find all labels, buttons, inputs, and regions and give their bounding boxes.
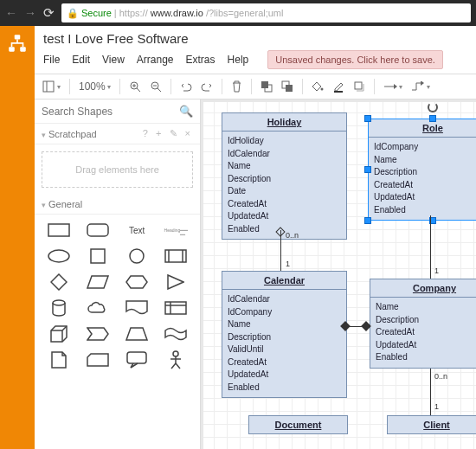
menu-edit[interactable]: Edit bbox=[72, 54, 90, 66]
lock-icon: 🔒 bbox=[67, 8, 79, 19]
browser-chrome: ← → ⟳ 🔒 Secure | https://www.draw.io/?li… bbox=[0, 0, 476, 26]
menu-help[interactable]: Help bbox=[228, 54, 249, 66]
svg-rect-18 bbox=[355, 82, 362, 89]
shape-note[interactable] bbox=[42, 350, 75, 370]
resize-handle[interactable] bbox=[364, 115, 371, 122]
save-warning[interactable]: Unsaved changes. Click here to save. bbox=[267, 50, 443, 69]
connector[interactable] bbox=[430, 215, 431, 279]
search-icon[interactable]: 🔍 bbox=[179, 105, 193, 118]
shape-square[interactable] bbox=[80, 246, 114, 266]
shape-heading[interactable]: Heading━━━━━ bbox=[159, 220, 193, 241]
uml-role[interactable]: Role IdCompanyNameDescriptionCreatedAtUp… bbox=[368, 119, 476, 221]
delete-icon[interactable] bbox=[231, 80, 242, 93]
shape-cylinder[interactable] bbox=[42, 298, 75, 318]
shape-triangle[interactable] bbox=[159, 272, 193, 292]
menu-file[interactable]: File bbox=[43, 54, 60, 66]
shape-rounded[interactable] bbox=[80, 220, 114, 241]
scratchpad-tools[interactable]: ? + ✎ × bbox=[143, 128, 193, 139]
general-label[interactable]: General bbox=[48, 199, 82, 209]
shape-document[interactable] bbox=[120, 298, 154, 318]
menu-extras[interactable]: Extras bbox=[186, 54, 215, 66]
reload-icon[interactable]: ⟳ bbox=[43, 5, 55, 21]
svg-line-37 bbox=[176, 363, 180, 369]
waypoint-icon[interactable]: ▾ bbox=[411, 81, 430, 92]
back-icon[interactable]: ← bbox=[5, 6, 17, 20]
svg-rect-29 bbox=[165, 302, 186, 314]
resize-handle[interactable] bbox=[364, 217, 371, 224]
shape-tape[interactable] bbox=[159, 324, 193, 344]
shape-actor[interactable] bbox=[159, 350, 193, 370]
shape-trapezoid[interactable] bbox=[120, 324, 154, 344]
svg-point-24 bbox=[130, 249, 144, 263]
uml-holiday-attrs: IdHolidayIdCalendarNameDescriptionDateCr… bbox=[222, 131, 346, 239]
zoom-level[interactable]: 100% ▾ bbox=[79, 80, 111, 93]
shape-diamond[interactable] bbox=[42, 272, 75, 292]
svg-line-10 bbox=[158, 88, 161, 92]
resize-handle[interactable] bbox=[364, 166, 371, 173]
redo-icon[interactable] bbox=[201, 80, 213, 93]
shape-cube[interactable] bbox=[42, 324, 75, 344]
toolbar: ▾ 100% ▾ ▾ ▾ bbox=[35, 74, 476, 99]
resize-handle[interactable] bbox=[429, 115, 436, 122]
url-path: /?libs=general;uml bbox=[206, 8, 284, 18]
sidebar-toggle[interactable]: ▾ bbox=[42, 80, 61, 93]
uml-holiday[interactable]: Holiday IdHolidayIdCalendarNameDescripti… bbox=[222, 112, 347, 240]
uml-role-attrs: IdCompanyNameDescriptionCreatedAtUpdated… bbox=[369, 138, 476, 220]
to-front-icon[interactable] bbox=[261, 80, 273, 93]
svg-rect-2 bbox=[20, 47, 26, 51]
shape-hexagon[interactable] bbox=[120, 272, 154, 292]
search-input[interactable] bbox=[42, 106, 179, 118]
menu-arrange[interactable]: Arrange bbox=[137, 54, 174, 66]
zoom-out-icon[interactable] bbox=[150, 80, 162, 93]
rotate-handle[interactable] bbox=[428, 102, 438, 112]
shape-parallelogram[interactable] bbox=[80, 272, 114, 292]
url-prefix: https:// bbox=[119, 8, 148, 18]
secure-label: Secure bbox=[81, 8, 112, 18]
svg-rect-3 bbox=[43, 81, 54, 92]
uml-calendar[interactable]: Calendar IdCalendarIdCompanyNameDescript… bbox=[222, 271, 347, 398]
address-bar[interactable]: 🔒 Secure | https://www.draw.io/?libs=gen… bbox=[61, 3, 471, 22]
shape-cloud[interactable] bbox=[80, 298, 114, 318]
shape-callout[interactable] bbox=[120, 350, 154, 370]
connection-icon[interactable]: ▾ bbox=[383, 81, 402, 92]
menu-bar: File Edit View Arrange Extras Help Unsav… bbox=[35, 48, 476, 74]
fill-icon[interactable] bbox=[312, 80, 324, 93]
shadow-icon[interactable] bbox=[353, 80, 365, 93]
svg-rect-32 bbox=[127, 352, 146, 363]
svg-point-16 bbox=[320, 88, 323, 91]
uml-document[interactable]: Document bbox=[248, 415, 348, 434]
undo-icon[interactable] bbox=[180, 80, 192, 93]
svg-rect-23 bbox=[91, 249, 105, 263]
svg-rect-1 bbox=[9, 47, 15, 51]
shape-circle[interactable] bbox=[120, 246, 154, 266]
uml-calendar-attrs: IdCalendarIdCompanyNameDescriptionValidU… bbox=[222, 290, 346, 397]
uml-company[interactable]: Company NameDescriptionCreatedAtUpdatedA… bbox=[370, 279, 476, 369]
uml-client[interactable]: Client bbox=[387, 415, 476, 434]
menu-view[interactable]: View bbox=[102, 54, 125, 66]
uml-company-attrs: NameDescriptionCreatedAtUpdatedAtEnabled bbox=[370, 298, 476, 368]
shape-card[interactable] bbox=[80, 350, 114, 370]
scratchpad-label[interactable]: Scratchpad bbox=[48, 129, 97, 139]
svg-point-22 bbox=[48, 250, 69, 262]
shape-text[interactable]: Text bbox=[120, 220, 154, 241]
zoom-in-icon[interactable] bbox=[129, 80, 141, 93]
canvas[interactable]: Holiday IdHolidayIdCalendarNameDescripti… bbox=[201, 99, 476, 449]
svg-rect-20 bbox=[48, 224, 69, 236]
forward-icon[interactable]: → bbox=[24, 6, 36, 20]
to-back-icon[interactable] bbox=[281, 80, 293, 93]
shape-step[interactable] bbox=[80, 324, 114, 344]
svg-rect-21 bbox=[87, 224, 108, 236]
shape-process[interactable] bbox=[159, 246, 193, 266]
shape-internal[interactable] bbox=[159, 298, 193, 318]
url-host: www.draw.io bbox=[151, 8, 203, 18]
svg-line-36 bbox=[171, 363, 176, 369]
svg-rect-0 bbox=[15, 35, 21, 39]
shape-ellipse[interactable] bbox=[42, 246, 75, 266]
svg-line-6 bbox=[137, 88, 140, 92]
shape-rect[interactable] bbox=[42, 220, 75, 241]
document-title[interactable]: test I Love Free Software bbox=[35, 26, 476, 48]
scratchpad-dropzone[interactable]: Drag elements here bbox=[42, 151, 193, 188]
app-logo[interactable] bbox=[0, 26, 35, 449]
line-color-icon[interactable] bbox=[332, 80, 344, 93]
connector[interactable] bbox=[430, 369, 431, 415]
